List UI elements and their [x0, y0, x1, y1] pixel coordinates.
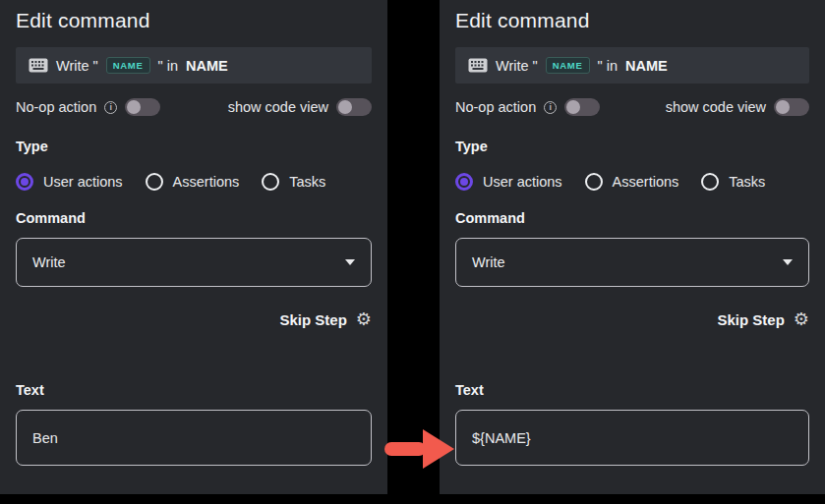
variable-badge: NAME: [106, 57, 150, 74]
toggle-knob: [776, 100, 790, 114]
text-label: Text: [455, 382, 809, 398]
radio-circle[interactable]: [455, 173, 473, 191]
radio-circle[interactable]: [701, 173, 719, 191]
radio-circle[interactable]: [146, 173, 163, 191]
command-summary-bar: Write " NAME " in NAME: [455, 47, 809, 84]
radio-label: Assertions: [613, 174, 679, 190]
summary-target: NAME: [625, 58, 668, 74]
gear-icon[interactable]: ⚙: [794, 310, 809, 328]
radio-circle[interactable]: [262, 173, 279, 191]
summary-target: NAME: [186, 58, 228, 74]
command-dropdown-value: Write: [472, 254, 505, 270]
radio-user-actions[interactable]: User actions: [455, 173, 562, 191]
text-label: Text: [16, 382, 372, 398]
radio-circle[interactable]: [16, 173, 33, 191]
summary-text-after: " in: [598, 58, 618, 74]
info-icon[interactable]: i: [104, 101, 117, 114]
page-title: Edit command: [16, 0, 372, 32]
toggle-knob: [338, 100, 352, 114]
radio-assertions[interactable]: Assertions: [585, 173, 679, 191]
edit-command-panel-before: Edit command Write " NAME " in NAME No-o…: [0, 0, 387, 494]
noop-action-label: No-op action: [455, 99, 536, 115]
page-title: Edit command: [455, 0, 809, 32]
chevron-down-icon: [345, 259, 355, 265]
summary-text-before: Write ": [496, 58, 538, 74]
radio-assertions[interactable]: Assertions: [146, 173, 240, 191]
toggle-knob: [566, 100, 580, 114]
type-radio-group: User actions Assertions Tasks: [16, 173, 372, 191]
edit-command-panel-after: Edit command Write " NAME " in NAME No-o…: [440, 0, 825, 494]
radio-label: Tasks: [729, 174, 765, 190]
skip-step-button[interactable]: Skip Step: [718, 311, 785, 328]
radio-circle[interactable]: [585, 173, 603, 191]
noop-action-toggle[interactable]: [564, 98, 600, 116]
gear-icon[interactable]: ⚙: [356, 310, 372, 328]
toggle-knob: [127, 100, 141, 114]
skip-step-row: Skip Step ⚙: [16, 310, 372, 328]
command-dropdown-value: Write: [32, 254, 66, 270]
code-view-toggle[interactable]: [336, 98, 372, 116]
noop-action-group: No-op action i: [455, 98, 600, 116]
red-arrow-icon: [383, 427, 456, 475]
skip-step-button[interactable]: Skip Step: [280, 311, 347, 328]
variable-badge: NAME: [546, 57, 590, 74]
command-dropdown[interactable]: Write: [455, 238, 809, 287]
text-input-value: ${NAME}: [472, 430, 531, 446]
code-view-label: show code view: [228, 99, 328, 115]
noop-action-toggle[interactable]: [125, 98, 160, 116]
toggles-row: No-op action i show code view: [16, 98, 372, 116]
chevron-down-icon: [783, 259, 793, 265]
radio-tasks[interactable]: Tasks: [701, 173, 765, 191]
keyboard-icon: [29, 58, 48, 73]
command-summary-bar: Write " NAME " in NAME: [16, 47, 372, 84]
info-icon[interactable]: i: [544, 101, 557, 114]
toggles-row: No-op action i show code view: [455, 98, 809, 116]
type-label: Type: [16, 139, 372, 154]
text-input-value: Ben: [32, 430, 58, 446]
noop-action-group: No-op action i: [16, 98, 160, 116]
type-radio-group: User actions Assertions Tasks: [455, 173, 809, 191]
command-dropdown[interactable]: Write: [16, 238, 372, 287]
radio-label: User actions: [43, 174, 123, 190]
command-label: Command: [455, 210, 809, 226]
code-view-group: show code view: [228, 98, 372, 116]
radio-label: User actions: [483, 174, 562, 190]
keyboard-icon: [468, 58, 488, 73]
radio-label: Tasks: [289, 174, 325, 190]
type-label: Type: [455, 139, 809, 154]
radio-label: Assertions: [173, 174, 240, 190]
code-view-group: show code view: [666, 98, 809, 116]
code-view-toggle[interactable]: [774, 98, 809, 116]
noop-action-label: No-op action: [16, 99, 96, 115]
text-input[interactable]: Ben: [16, 410, 372, 466]
summary-text-before: Write ": [56, 58, 98, 74]
text-input[interactable]: ${NAME}: [455, 410, 809, 466]
command-label: Command: [16, 210, 372, 226]
radio-user-actions[interactable]: User actions: [16, 173, 123, 191]
summary-text-after: " in: [158, 58, 178, 74]
radio-tasks[interactable]: Tasks: [262, 173, 325, 191]
code-view-label: show code view: [666, 99, 766, 115]
skip-step-row: Skip Step ⚙: [455, 310, 809, 328]
